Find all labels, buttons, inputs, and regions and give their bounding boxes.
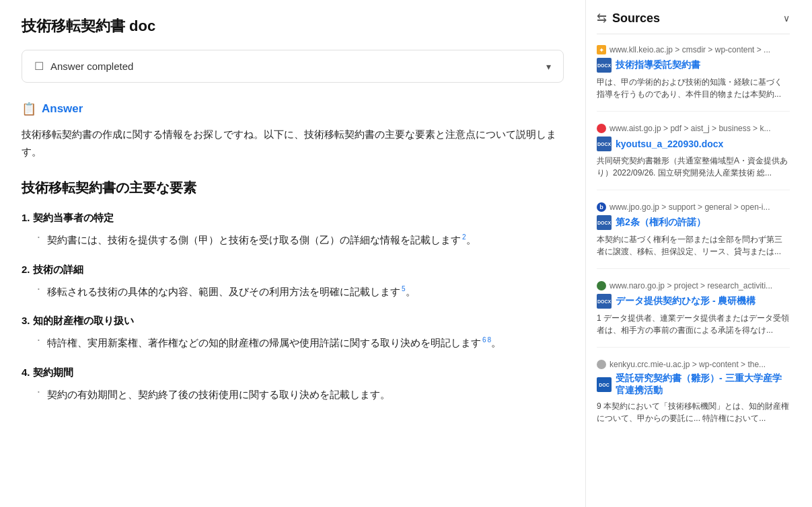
source-url: www.aist.go.jp > pdf > aist_j > business… — [597, 124, 790, 133]
section-2: 2. 技術の詳細 • 移転される技術の具体的な内容、範囲、及びその利用方法を明確… — [22, 264, 564, 301]
docx-icon: DOC — [597, 377, 612, 392]
source-url: ✦ www.kll.keio.ac.jp > cmsdir > wp-conte… — [597, 45, 790, 54]
source-snippet: 1 データ提供者、連業データ提供者またはデータ受領者は、相手方の事前の書面による… — [597, 312, 790, 336]
source-url: www.naro.go.jp > project > research_acti… — [597, 281, 790, 290]
source-title-row: DOCX 第2条（権利の許諾） — [597, 215, 790, 230]
main-section-heading: 技術移転契約書の主要な要素 — [22, 179, 564, 197]
source-title[interactable]: 第2条（権利の許諾） — [616, 217, 706, 229]
source-title-row: DOCX データ提供契約ひな形 - 農研機構 — [597, 294, 790, 309]
sidebar-title: Sources — [612, 11, 660, 26]
subsection-1-heading: 1. 契約当事者の特定 — [22, 212, 564, 225]
sidebar-header-left: ⇆ Sources — [597, 11, 660, 26]
subsection-4-heading: 4. 契約期間 — [22, 366, 564, 379]
source-item: www.naro.go.jp > project > research_acti… — [597, 281, 790, 348]
subsection-3-heading: 3. 知的財産権の取り扱い — [22, 315, 564, 327]
subsection-2-heading: 2. 技術の詳細 — [22, 264, 564, 276]
source-snippet: 本契約に基づく権利を一部または全部を問わず第三者に譲渡、移転、担保設定、リース、… — [597, 233, 790, 258]
section-4: 4. 契約期間 • 契約の有効期間と、契約終了後の技術使用に関する取り決めを記載… — [22, 366, 564, 403]
bullet-dot: • — [38, 336, 43, 345]
list-item: • 契約の有効期間と、契約終了後の技術使用に関する取り決めを記載します。 — [35, 386, 564, 403]
source-title[interactable]: 技術指導委託契約書 — [616, 59, 700, 71]
favicon-jpo: b — [597, 202, 606, 212]
ref-5: 5 — [402, 285, 406, 292]
bullet-dot: • — [38, 233, 43, 242]
answer-completed-left: ☐ Answer completed — [34, 60, 133, 73]
source-item: www.aist.go.jp > pdf > aist_j > business… — [597, 124, 790, 190]
main-content: 技術移転契約書 doc ☐ Answer completed ▾ 📋 Answe… — [0, 0, 585, 507]
ref-2: 2 — [462, 233, 466, 241]
answer-completed-box[interactable]: ☐ Answer completed ▾ — [22, 50, 564, 83]
ref-6: 6 — [482, 336, 486, 344]
source-item: ✦ www.kll.keio.ac.jp > cmsdir > wp-conte… — [597, 45, 790, 112]
docx-icon: DOCX — [597, 58, 612, 73]
favicon-naro — [597, 281, 606, 290]
source-snippet: 甲は、甲の学術的および技術的知識・経験に基づく指導を行うものであり、本件目的物ま… — [597, 76, 790, 100]
docx-icon: DOCX — [597, 136, 612, 151]
sources-sidebar: ⇆ Sources ∨ ✦ www.kll.keio.ac.jp > cmsdi… — [585, 0, 801, 507]
answer-label: Answer — [42, 102, 83, 116]
source-item: b www.jpo.go.jp > support > general > op… — [597, 202, 790, 269]
source-url: kenkyu.crc.mie-u.ac.jp > wp-content > th… — [597, 360, 790, 369]
docx-icon: DOCX — [597, 215, 612, 230]
favicon-keio: ✦ — [597, 45, 606, 54]
favicon-mie — [597, 360, 606, 369]
answer-icon: ☐ — [34, 60, 44, 73]
source-snippet: 9 本契約において「技術移転機関」とは、知的財産権について、甲からの要託に...… — [597, 400, 790, 424]
sidebar-collapse-icon[interactable]: ∨ — [783, 13, 790, 24]
source-title-row: DOC 受託研究契約書（雛形）- 三重大学産学官連携活動 — [597, 373, 790, 397]
page-title: 技術移転契約書 doc — [22, 16, 564, 36]
source-title[interactable]: データ提供契約ひな形 - 農研機構 — [616, 295, 755, 307]
source-title[interactable]: kyoutsu_a_220930.docx — [616, 139, 723, 149]
answer-intro: 技術移転契約書の作成に関する情報をお探しですね。以下に、技術移転契約書の主要な要… — [22, 126, 564, 160]
bullet-text: 特許権、実用新案権、著作権などの知的財産権の帰属や使用許諾に関する取り決めを明記… — [47, 334, 501, 352]
source-title[interactable]: 受託研究契約書（雛形）- 三重大学産学官連携活動 — [616, 373, 790, 397]
answer-header: 📋 Answer — [22, 102, 564, 116]
bullet-text: 契約書には、技術を提供する側（甲）と技術を受け取る側（乙）の詳細な情報を記載しま… — [47, 231, 476, 249]
list-item: • 特許権、実用新案権、著作権などの知的財産権の帰属や使用許諾に関する取り決めを… — [35, 334, 564, 352]
link-icon: ⇆ — [597, 11, 607, 26]
bullet-dot: • — [38, 284, 43, 294]
sidebar-header: ⇆ Sources ∨ — [597, 11, 790, 34]
list-item: • 契約書には、技術を提供する側（甲）と技術を受け取る側（乙）の詳細な情報を記載… — [35, 231, 564, 249]
bullet-text: 移転される技術の具体的な内容、範囲、及びその利用方法を明確に記載します5。 — [47, 283, 416, 301]
section-1: 1. 契約当事者の特定 • 契約書には、技術を提供する側（甲）と技術を受け取る側… — [22, 212, 564, 249]
favicon-aist — [597, 124, 606, 133]
chevron-down-icon: ▾ — [546, 61, 551, 72]
bullet-text: 契約の有効期間と、契約終了後の技術使用に関する取り決めを記載します。 — [47, 386, 390, 403]
source-title-row: DOCX 技術指導委託契約書 — [597, 58, 790, 73]
docx-icon: DOCX — [597, 294, 612, 309]
source-item: kenkyu.crc.mie-u.ac.jp > wp-content > th… — [597, 360, 790, 435]
answer-completed-text: Answer completed — [50, 61, 133, 72]
list-item: • 移転される技術の具体的な内容、範囲、及びその利用方法を明確に記載します5。 — [35, 283, 564, 301]
source-url: b www.jpo.go.jp > support > general > op… — [597, 202, 790, 212]
source-title-row: DOCX kyoutsu_a_220930.docx — [597, 136, 790, 151]
source-snippet: 共同研究契約書雛形（共通室整備域型A・資金提供あり）2022/09/26. 国立… — [597, 155, 790, 179]
answer-doc-icon: 📋 — [22, 102, 36, 116]
bullet-dot: • — [38, 387, 43, 397]
ref-8: 8 — [488, 336, 492, 344]
section-3: 3. 知的財産権の取り扱い • 特許権、実用新案権、著作権などの知的財産権の帰属… — [22, 315, 564, 352]
